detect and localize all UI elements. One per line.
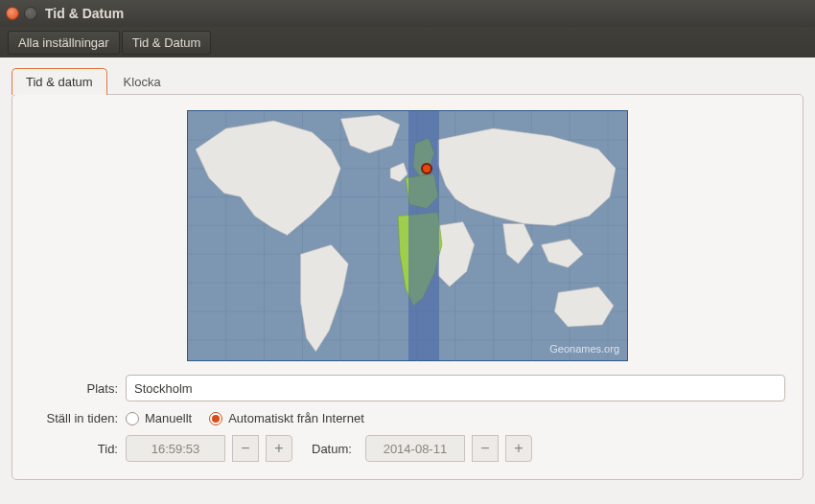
time-increment-button[interactable]: + xyxy=(266,435,292,462)
radio-manual-label: Manuellt xyxy=(145,411,192,425)
window-title: Tid & Datum xyxy=(45,6,124,21)
radio-automatic-label: Automatiskt från Internet xyxy=(228,411,364,425)
titlebar: Tid & Datum xyxy=(0,0,815,27)
radio-icon xyxy=(126,412,139,425)
world-map-svg xyxy=(188,111,627,361)
time-label: Tid: xyxy=(30,442,126,456)
set-time-radio-group: Manuellt Automatiskt från Internet xyxy=(126,411,364,425)
radio-manual[interactable]: Manuellt xyxy=(126,411,192,425)
radio-icon xyxy=(209,412,222,425)
breadcrumb-time-date[interactable]: Tid & Datum xyxy=(122,31,212,55)
tab-clock[interactable]: Klocka xyxy=(109,68,175,95)
date-label: Datum: xyxy=(312,442,352,456)
minimize-icon[interactable] xyxy=(24,7,37,20)
location-input[interactable] xyxy=(126,375,785,401)
map-attribution: Geonames.org xyxy=(549,343,619,355)
tab-bar: Tid & datum Klocka xyxy=(12,68,803,95)
timezone-map[interactable]: Geonames.org xyxy=(187,110,628,361)
time-decrement-button[interactable]: − xyxy=(232,435,259,462)
set-time-label: Ställ in tiden: xyxy=(30,411,126,425)
time-readout: 16:59:53 xyxy=(126,435,225,462)
close-icon[interactable] xyxy=(6,7,19,20)
location-row: Plats: xyxy=(30,375,785,401)
radio-automatic[interactable]: Automatiskt från Internet xyxy=(209,411,364,425)
window-buttons xyxy=(6,7,37,20)
all-settings-button[interactable]: Alla inställningar xyxy=(8,31,120,55)
tab-time-date[interactable]: Tid & datum xyxy=(12,68,107,95)
date-decrement-button[interactable]: − xyxy=(472,435,499,462)
time-date-row: Tid: 16:59:53 − + Datum: 2014-08-11 − + xyxy=(30,435,785,462)
time-date-controls: 16:59:53 − + Datum: 2014-08-11 − + xyxy=(126,435,532,462)
map-container: Geonames.org xyxy=(30,110,785,361)
timezone-highlight xyxy=(408,111,439,360)
toolbar: Alla inställningar Tid & Datum xyxy=(0,27,815,57)
date-increment-button[interactable]: + xyxy=(505,435,532,462)
location-marker-icon xyxy=(421,163,432,174)
date-readout: 2014-08-11 xyxy=(365,435,465,462)
location-label: Plats: xyxy=(30,381,126,396)
tab-panel: Geonames.org Plats: Ställ in tiden: Manu… xyxy=(12,94,803,480)
set-time-row: Ställ in tiden: Manuellt Automatiskt frå… xyxy=(30,411,785,425)
content-area: Tid & datum Klocka xyxy=(0,57,815,490)
